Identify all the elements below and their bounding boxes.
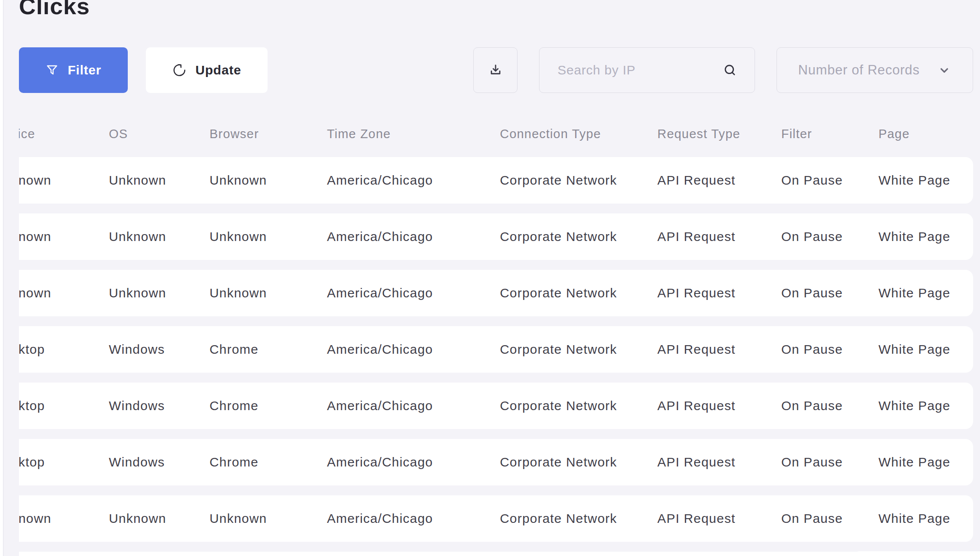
bottom-right-panel bbox=[854, 551, 980, 556]
cell-page: White Page bbox=[878, 229, 973, 244]
table-row: Unknown Unknown Unknown America/Chicago … bbox=[19, 495, 973, 542]
table-row: Unknown Unknown Unknown America/Chicago … bbox=[19, 213, 973, 260]
clicks-table-inner: Device OS Browser Time Zone Connection T… bbox=[19, 120, 973, 556]
cell-os: Unknown bbox=[109, 286, 210, 300]
cell-os: Windows bbox=[109, 455, 210, 470]
table-row: Desktop Windows Chrome America/Chicago C… bbox=[19, 439, 973, 485]
main-content: Clicks Filter Update bbox=[19, 0, 973, 556]
cell-connection-type: Corporate Network bbox=[500, 455, 657, 470]
cell-connection-type: Corporate Network bbox=[500, 173, 657, 188]
cell-device: Unknown bbox=[19, 286, 109, 300]
table-row: Unknown Unknown Unknown America/Chicago … bbox=[19, 157, 973, 204]
cell-filter: On Pause bbox=[781, 286, 878, 300]
cell-filter: On Pause bbox=[781, 173, 878, 188]
update-button-label: Update bbox=[195, 63, 241, 77]
cell-connection-type: Corporate Network bbox=[500, 511, 657, 526]
cell-filter: On Pause bbox=[781, 455, 878, 470]
download-icon bbox=[488, 62, 503, 78]
toolbar-right-group: Number of Records bbox=[473, 47, 973, 93]
search-field bbox=[539, 47, 755, 93]
column-header-connection-type: Connection Type bbox=[500, 127, 657, 141]
cell-browser: Chrome bbox=[210, 398, 327, 413]
cell-filter: On Pause bbox=[781, 511, 878, 526]
clicks-table: Device OS Browser Time Zone Connection T… bbox=[19, 120, 973, 556]
toolbar-left-group: Filter Update bbox=[19, 47, 268, 93]
column-header-os: OS bbox=[109, 127, 210, 141]
records-dropdown[interactable]: Number of Records bbox=[777, 47, 973, 93]
cell-browser: Chrome bbox=[210, 342, 327, 357]
table-header-row: Device OS Browser Time Zone Connection T… bbox=[19, 120, 973, 147]
cell-filter: On Pause bbox=[781, 342, 878, 357]
cell-request-type: API Request bbox=[657, 398, 781, 413]
filter-button-label: Filter bbox=[68, 63, 101, 77]
export-button[interactable] bbox=[473, 47, 518, 93]
cell-time-zone: America/Chicago bbox=[327, 173, 500, 188]
cell-device: Desktop bbox=[19, 398, 109, 413]
column-header-request-type: Request Type bbox=[657, 127, 781, 141]
cell-browser: Unknown bbox=[210, 173, 327, 188]
cell-page: White Page bbox=[878, 173, 973, 188]
table-row-partial bbox=[19, 552, 973, 556]
cell-os: Unknown bbox=[109, 229, 210, 244]
cell-page: White Page bbox=[878, 398, 973, 413]
page-title: Clicks bbox=[19, 0, 973, 18]
cell-filter: On Pause bbox=[781, 398, 878, 413]
cell-device: Unknown bbox=[19, 511, 109, 526]
cell-browser: Unknown bbox=[210, 511, 327, 526]
cell-device: Unknown bbox=[19, 229, 109, 244]
cell-os: Windows bbox=[109, 342, 210, 357]
cell-request-type: API Request bbox=[657, 286, 781, 300]
column-header-time-zone: Time Zone bbox=[327, 127, 500, 141]
cell-request-type: API Request bbox=[657, 173, 781, 188]
cell-request-type: API Request bbox=[657, 455, 781, 470]
chevron-down-icon bbox=[937, 63, 952, 77]
cell-request-type: API Request bbox=[657, 342, 781, 357]
column-header-filter: Filter bbox=[781, 127, 878, 141]
cell-page: White Page bbox=[878, 455, 973, 470]
cell-browser: Unknown bbox=[210, 229, 327, 244]
left-edge-panel bbox=[0, 0, 3, 556]
cell-time-zone: America/Chicago bbox=[327, 511, 500, 526]
filter-button[interactable]: Filter bbox=[19, 47, 128, 93]
cell-request-type: API Request bbox=[657, 511, 781, 526]
cell-connection-type: Corporate Network bbox=[500, 286, 657, 300]
cell-page: White Page bbox=[878, 511, 973, 526]
cell-request-type: API Request bbox=[657, 229, 781, 244]
cell-os: Unknown bbox=[109, 511, 210, 526]
funnel-icon bbox=[45, 63, 59, 77]
column-header-browser: Browser bbox=[210, 127, 327, 141]
search-input[interactable] bbox=[539, 47, 755, 93]
cell-device: Desktop bbox=[19, 455, 109, 470]
cell-browser: Chrome bbox=[210, 455, 327, 470]
update-button[interactable]: Update bbox=[146, 47, 268, 93]
table-row: Desktop Windows Chrome America/Chicago C… bbox=[19, 383, 973, 429]
column-header-device: Device bbox=[19, 127, 109, 141]
table-row: Desktop Windows Chrome America/Chicago C… bbox=[19, 326, 973, 373]
column-header-page: Page bbox=[878, 127, 973, 141]
table-body: Unknown Unknown Unknown America/Chicago … bbox=[19, 157, 973, 556]
cell-filter: On Pause bbox=[781, 229, 878, 244]
cell-os: Unknown bbox=[109, 173, 210, 188]
toolbar: Filter Update bbox=[19, 47, 973, 93]
cell-time-zone: America/Chicago bbox=[327, 398, 500, 413]
cell-connection-type: Corporate Network bbox=[500, 229, 657, 244]
cell-device: Unknown bbox=[19, 173, 109, 188]
cell-time-zone: America/Chicago bbox=[327, 342, 500, 357]
cell-os: Windows bbox=[109, 398, 210, 413]
cell-time-zone: America/Chicago bbox=[327, 229, 500, 244]
cell-device: Desktop bbox=[19, 342, 109, 357]
refresh-icon bbox=[172, 63, 187, 77]
cell-connection-type: Corporate Network bbox=[500, 398, 657, 413]
records-dropdown-label: Number of Records bbox=[798, 62, 919, 78]
table-row: Unknown Unknown Unknown America/Chicago … bbox=[19, 270, 973, 316]
cell-connection-type: Corporate Network bbox=[500, 342, 657, 357]
cell-time-zone: America/Chicago bbox=[327, 455, 500, 470]
cell-page: White Page bbox=[878, 286, 973, 300]
cell-time-zone: America/Chicago bbox=[327, 286, 500, 300]
cell-browser: Unknown bbox=[210, 286, 327, 300]
cell-page: White Page bbox=[878, 342, 973, 357]
